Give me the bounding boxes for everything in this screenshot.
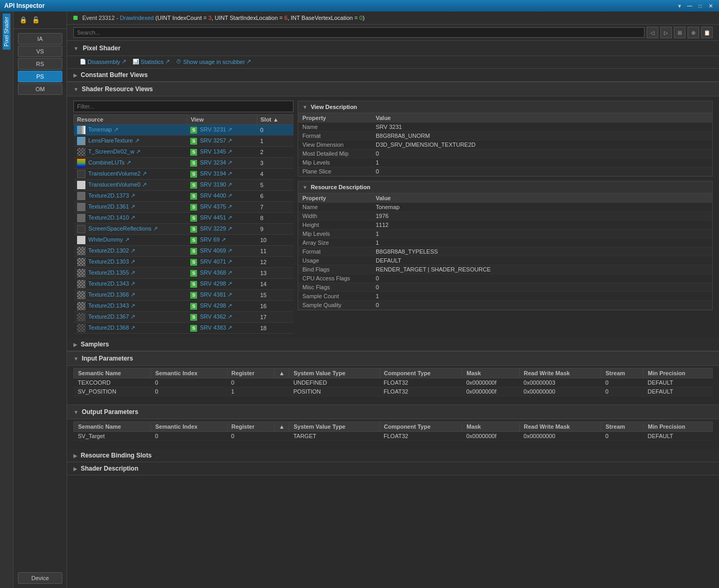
srv-resource-name[interactable]: Texture2D.1373 ↗: [88, 192, 135, 199]
srv-table-row[interactable]: Texture2D.1410 ↗ S SRV 4451 ↗ 8: [74, 213, 293, 224]
search-input[interactable]: [73, 27, 645, 38]
srv-view-link[interactable]: SRV 3231 ↗: [200, 126, 232, 133]
srv-view-link[interactable]: SRV 3194 ↗: [200, 170, 232, 177]
srv-view-link[interactable]: SRV 3234 ↗: [200, 159, 232, 166]
srv-table-row[interactable]: Texture2D.1303 ↗ S SRV 4071 ↗ 12: [74, 257, 293, 268]
device-button[interactable]: Device: [18, 572, 62, 584]
srv-view-link[interactable]: SRV 4375 ↗: [200, 203, 232, 210]
srv-filter-input[interactable]: [73, 101, 293, 112]
srv-resource-name[interactable]: Texture2D.1361 ↗: [88, 203, 135, 210]
disassembly-link[interactable]: 📄 Disassembly ↗: [80, 58, 126, 65]
sd-header[interactable]: ▶ Shader Description: [67, 462, 719, 475]
srv-table-row[interactable]: LensFlareTexture ↗ S SRV 3257 ↗ 1: [74, 136, 293, 147]
minimize-button[interactable]: —: [685, 2, 694, 10]
srv-header[interactable]: ▼ Shader Resource Views: [67, 82, 719, 96]
srv-view-link[interactable]: SRV 4298 ↗: [200, 280, 232, 287]
op-register: 0: [227, 432, 275, 441]
srv-table-row[interactable]: Texture2D.1302 ↗ S SRV 4069 ↗ 11: [74, 246, 293, 257]
restore-button[interactable]: □: [696, 2, 704, 10]
search-next-button[interactable]: ▷: [660, 27, 672, 38]
op-col-stream: Stream: [601, 422, 644, 432]
cbv-header[interactable]: ▶ Constant Buffer Views: [67, 69, 719, 82]
srv-resource-name[interactable]: Texture2D.1366 ↗: [88, 291, 135, 298]
ip-sv-type: POSITION: [289, 387, 379, 396]
srv-table-row[interactable]: Texture2D.1361 ↗ S SRV 4375 ↗ 7: [74, 202, 293, 213]
srv-view-link[interactable]: SRV 3257 ↗: [200, 137, 232, 144]
srv-resource-name[interactable]: Texture2D.1367 ↗: [88, 313, 135, 320]
srv-table-row[interactable]: TranslucentVolume0 ↗ S SRV 3190 ↗ 5: [74, 180, 293, 191]
srv-resource-name[interactable]: Texture2D.1343 ↗: [88, 302, 135, 309]
ps-links: 📄 Disassembly ↗ 📊 Statistics ↗ ⏱ Show us…: [67, 56, 719, 69]
srv-view-link[interactable]: SRV 4451 ↗: [200, 214, 232, 221]
srv-resource-name[interactable]: Texture2D.1343 ↗: [88, 280, 135, 287]
srv-table-row[interactable]: Texture2D.1373 ↗ S SRV 4400 ↗ 6: [74, 191, 293, 202]
ia-button[interactable]: IA: [18, 33, 62, 45]
srv-resource-name[interactable]: TranslucentVolume2 ↗: [88, 170, 147, 177]
om-button[interactable]: OM: [18, 83, 62, 95]
ps-button[interactable]: PS: [18, 71, 62, 82]
output-params-header[interactable]: ▼ Output Parameters: [67, 405, 719, 419]
srv-resource-name[interactable]: ScreenSpaceReflections ↗: [89, 225, 158, 232]
srv-view-link[interactable]: SRV 3190 ↗: [200, 181, 232, 188]
search-expand-button[interactable]: ⊞: [674, 27, 685, 38]
rbs-header[interactable]: ▶ Resource Binding Slots: [67, 449, 719, 462]
srv-view-link[interactable]: SRV 1345 ↗: [200, 148, 232, 155]
op-semantic-index: 0: [151, 432, 227, 441]
srv-table-row[interactable]: TranslucentVolume2 ↗ S SRV 3194 ↗ 4: [74, 169, 293, 180]
srv-view-link[interactable]: SRV 4400 ↗: [200, 192, 232, 199]
srv-view-link[interactable]: SRV 69 ↗: [200, 236, 226, 243]
srv-table-row[interactable]: ScreenSpaceReflections ↗ S SRV 3229 ↗ 9: [74, 224, 293, 235]
vd-title: View Description: [311, 104, 357, 110]
vs-button[interactable]: VS: [18, 46, 62, 57]
srv-resource-name[interactable]: Texture2D.1368 ↗: [88, 324, 135, 331]
search-prev-button[interactable]: ◁: [647, 27, 658, 38]
srv-table-row[interactable]: Texture2D.1368 ↗ S SRV 4383 ↗ 18: [74, 323, 293, 334]
srv-thumb-icon: [77, 324, 85, 332]
rs-button[interactable]: RS: [18, 58, 62, 70]
srv-table-row[interactable]: T_ScreenDir02_w ↗ S SRV 1345 ↗ 2: [74, 147, 293, 158]
srv-table-row[interactable]: Texture2D.1355 ↗ S SRV 4368 ↗ 13: [74, 268, 293, 279]
srv-resource-name[interactable]: CombineLUTs ↗: [89, 159, 131, 166]
srv-view-link[interactable]: SRV 4069 ↗: [200, 247, 232, 254]
srv-table-row[interactable]: Tonemap ↗ S SRV 3231 ↗ 0: [74, 125, 293, 136]
search-regex-button[interactable]: ⊕: [688, 27, 699, 38]
unlock-icon[interactable]: 🔓: [30, 15, 41, 25]
samplers-header[interactable]: ▶ Samplers: [67, 338, 719, 351]
lock-icon[interactable]: 🔒: [18, 15, 28, 25]
srv-view-link[interactable]: SRV 4071 ↗: [200, 258, 232, 265]
srv-view-link[interactable]: SRV 4362 ↗: [200, 313, 232, 320]
pixel-shader-tab[interactable]: Pixel Shader: [3, 14, 10, 50]
srv-resource-name[interactable]: Texture2D.1303 ↗: [88, 258, 135, 265]
srv-view-link[interactable]: SRV 4381 ↗: [200, 291, 232, 298]
input-params-header[interactable]: ▼ Input Parameters: [67, 351, 719, 366]
scrubber-link[interactable]: ⏱ Show usage in scrubber ↗: [176, 58, 251, 65]
srv-table-row[interactable]: CombineLUTs ↗ S SRV 3234 ↗ 3: [74, 158, 293, 169]
srv-table-row[interactable]: Texture2D.1366 ↗ S SRV 4381 ↗ 15: [74, 290, 293, 301]
content-scroll[interactable]: ▼ Pixel Shader 📄 Disassembly ↗ 📊 Statist…: [67, 41, 719, 588]
srv-view-link[interactable]: SRV 4383 ↗: [200, 324, 232, 331]
minimize-icon[interactable]: ▾: [675, 2, 683, 10]
srv-resource-name[interactable]: Texture2D.1355 ↗: [88, 269, 135, 276]
res-desc-body: NameTonemapWidth1976Height1112Mip Levels…: [298, 203, 712, 310]
srv-title: Shader Resource Views: [82, 85, 153, 93]
srv-resource-name[interactable]: TranslucentVolume0 ↗: [88, 181, 147, 188]
srv-view-link[interactable]: SRV 4298 ↗: [200, 302, 232, 309]
close-button[interactable]: ✕: [706, 2, 715, 10]
srv-table-row[interactable]: Texture2D.1367 ↗ S SRV 4362 ↗ 17: [74, 312, 293, 323]
srv-resource-name[interactable]: Texture2D.1410 ↗: [88, 214, 135, 221]
srv-view-link[interactable]: SRV 4368 ↗: [200, 269, 232, 276]
srv-resource-name[interactable]: Texture2D.1302 ↗: [88, 247, 135, 254]
srv-resource-name[interactable]: WhiteDummy ↗: [89, 236, 129, 243]
srv-view-link[interactable]: SRV 3229 ↗: [200, 225, 232, 232]
srv-resource-name[interactable]: LensFlareTexture ↗: [89, 137, 139, 144]
srv-resource-name[interactable]: T_ScreenDir02_w ↗: [88, 148, 140, 155]
statistics-link[interactable]: 📊 Statistics ↗: [133, 58, 170, 65]
srv-table-row[interactable]: Texture2D.1343 ↗ S SRV 4298 ↗ 14: [74, 279, 293, 290]
srv-thumb-icon: [77, 214, 85, 222]
ps-section-header[interactable]: ▼ Pixel Shader: [67, 41, 719, 56]
search-export-button[interactable]: 📋: [701, 27, 713, 38]
srv-table-row[interactable]: WhiteDummy ↗ S SRV 69 ↗ 10: [74, 235, 293, 246]
srv-table-row[interactable]: Texture2D.1343 ↗ S SRV 4298 ↗ 16: [74, 301, 293, 312]
srv-resource-name[interactable]: Tonemap ↗: [88, 126, 118, 133]
event-id: Event 23312: [82, 15, 115, 21]
